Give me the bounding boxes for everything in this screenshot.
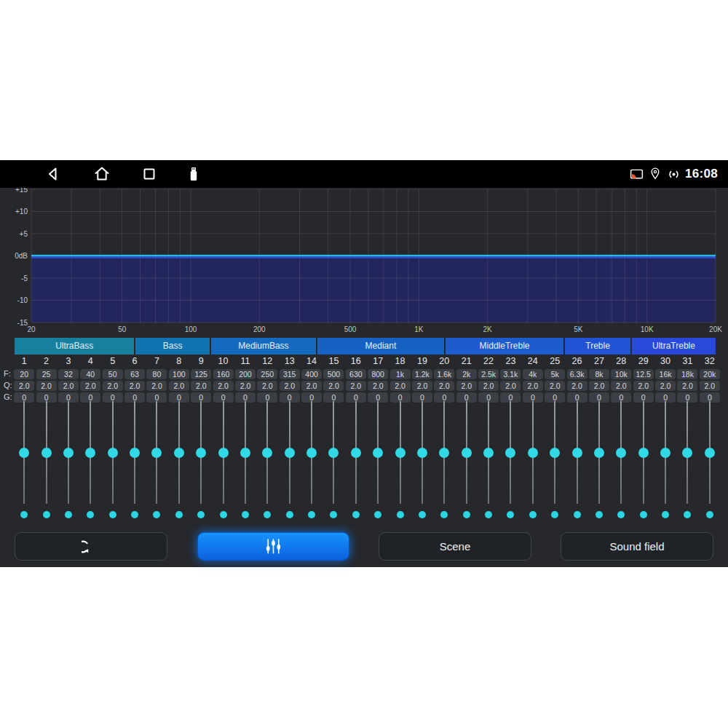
band-dot[interactable] bbox=[633, 510, 654, 520]
band-dot[interactable] bbox=[13, 510, 35, 520]
gain-slider[interactable] bbox=[566, 401, 587, 504]
band-dot[interactable] bbox=[610, 510, 632, 520]
slider-thumb[interactable] bbox=[705, 448, 715, 458]
band-frequency-value[interactable]: 250 bbox=[256, 368, 278, 379]
band-frequency-value[interactable]: 63 bbox=[124, 368, 146, 379]
band-frequency-value[interactable]: 100 bbox=[168, 368, 190, 379]
band-frequency-value[interactable]: 18k bbox=[676, 368, 698, 379]
band-q-value[interactable]: 2.0 bbox=[699, 380, 721, 391]
band-dot[interactable] bbox=[433, 510, 455, 520]
slider-thumb[interactable] bbox=[417, 448, 427, 458]
band-q-value[interactable]: 2.0 bbox=[234, 380, 256, 391]
reset-button[interactable] bbox=[15, 532, 167, 561]
sound-field-button[interactable]: Sound field bbox=[561, 532, 713, 561]
gain-slider[interactable] bbox=[544, 401, 566, 504]
band-frequency-value[interactable]: 800 bbox=[367, 368, 389, 379]
band-dot[interactable] bbox=[102, 510, 124, 520]
band-dot[interactable] bbox=[35, 510, 57, 520]
slider-thumb[interactable] bbox=[660, 448, 670, 458]
band-q-value[interactable]: 2.0 bbox=[301, 380, 323, 391]
gain-slider[interactable] bbox=[345, 401, 367, 504]
gain-slider[interactable] bbox=[301, 401, 323, 504]
band-frequency-value[interactable]: 5k bbox=[544, 368, 566, 379]
band-dot[interactable] bbox=[676, 510, 698, 520]
band-q-value[interactable]: 2.0 bbox=[654, 380, 676, 391]
gain-slider[interactable] bbox=[13, 401, 35, 504]
slider-thumb[interactable] bbox=[351, 448, 361, 458]
band-dot[interactable] bbox=[279, 510, 301, 520]
band-q-value[interactable]: 2.0 bbox=[345, 380, 367, 391]
gain-slider[interactable] bbox=[522, 401, 544, 504]
gain-slider[interactable] bbox=[323, 401, 344, 504]
slider-thumb[interactable] bbox=[483, 448, 494, 458]
gain-slider[interactable] bbox=[411, 401, 433, 504]
slider-thumb[interactable] bbox=[594, 448, 604, 458]
slider-thumb[interactable] bbox=[373, 448, 383, 458]
band-frequency-value[interactable]: 20k bbox=[699, 368, 721, 379]
band-dot[interactable] bbox=[79, 510, 101, 520]
band-dot[interactable] bbox=[588, 510, 610, 520]
band-dot[interactable] bbox=[168, 510, 190, 520]
band-q-value[interactable]: 2.0 bbox=[367, 380, 389, 391]
band-q-value[interactable]: 2.0 bbox=[35, 380, 57, 391]
gain-slider[interactable] bbox=[456, 401, 478, 504]
gain-slider[interactable] bbox=[168, 401, 190, 504]
slider-thumb[interactable] bbox=[63, 448, 74, 458]
back-icon[interactable] bbox=[44, 165, 62, 183]
slider-thumb[interactable] bbox=[528, 448, 538, 458]
slider-thumb[interactable] bbox=[285, 448, 295, 458]
band-dot[interactable] bbox=[566, 510, 587, 520]
band-dot[interactable] bbox=[256, 510, 278, 520]
band-q-value[interactable]: 2.0 bbox=[566, 380, 587, 391]
slider-thumb[interactable] bbox=[196, 448, 206, 458]
slider-thumb[interactable] bbox=[550, 448, 560, 458]
slider-thumb[interactable] bbox=[328, 448, 339, 458]
band-q-value[interactable]: 2.0 bbox=[522, 380, 544, 391]
gain-slider[interactable] bbox=[499, 401, 521, 504]
slider-thumb[interactable] bbox=[306, 448, 317, 458]
band-dot[interactable] bbox=[499, 510, 521, 520]
band-frequency-value[interactable]: 80 bbox=[146, 368, 167, 379]
band-frequency-value[interactable]: 16k bbox=[654, 368, 676, 379]
band-q-value[interactable]: 2.0 bbox=[190, 380, 212, 391]
band-frequency-value[interactable]: 1k bbox=[389, 368, 411, 379]
band-q-value[interactable]: 2.0 bbox=[499, 380, 521, 391]
band-dot[interactable] bbox=[234, 510, 256, 520]
slider-thumb[interactable] bbox=[505, 448, 515, 458]
gain-slider[interactable] bbox=[212, 401, 234, 504]
band-dot[interactable] bbox=[522, 510, 544, 520]
gain-slider[interactable] bbox=[190, 401, 212, 504]
band-frequency-value[interactable]: 40 bbox=[79, 368, 101, 379]
gain-slider[interactable] bbox=[58, 401, 79, 504]
band-frequency-value[interactable]: 125 bbox=[190, 368, 212, 379]
band-dot[interactable] bbox=[58, 510, 79, 520]
band-frequency-value[interactable]: 20 bbox=[13, 368, 35, 379]
band-dot[interactable] bbox=[367, 510, 389, 520]
band-dot[interactable] bbox=[456, 510, 478, 520]
band-frequency-value[interactable]: 50 bbox=[102, 368, 124, 379]
slider-thumb[interactable] bbox=[572, 448, 582, 458]
gain-slider[interactable] bbox=[79, 401, 101, 504]
band-q-value[interactable]: 2.0 bbox=[433, 380, 455, 391]
slider-thumb[interactable] bbox=[218, 448, 229, 458]
recents-icon[interactable] bbox=[141, 165, 158, 183]
band-frequency-value[interactable]: 8k bbox=[588, 368, 610, 379]
slider-thumb[interactable] bbox=[638, 448, 649, 458]
slider-thumb[interactable] bbox=[85, 448, 95, 458]
gain-slider[interactable] bbox=[256, 401, 278, 504]
band-q-value[interactable]: 2.0 bbox=[323, 380, 344, 391]
band-q-value[interactable]: 2.0 bbox=[212, 380, 234, 391]
band-frequency-value[interactable]: 1.2k bbox=[411, 368, 433, 379]
band-q-value[interactable]: 2.0 bbox=[676, 380, 698, 391]
band-q-value[interactable]: 2.0 bbox=[588, 380, 610, 391]
slider-thumb[interactable] bbox=[462, 448, 472, 458]
band-frequency-value[interactable]: 25 bbox=[35, 368, 57, 379]
band-dot[interactable] bbox=[323, 510, 344, 520]
usb-drive-icon[interactable] bbox=[185, 165, 202, 183]
band-dot[interactable] bbox=[544, 510, 566, 520]
band-q-value[interactable]: 2.0 bbox=[389, 380, 411, 391]
band-dot[interactable] bbox=[301, 510, 323, 520]
band-frequency-value[interactable]: 315 bbox=[279, 368, 301, 379]
gain-slider[interactable] bbox=[676, 401, 698, 504]
band-dot[interactable] bbox=[124, 510, 146, 520]
